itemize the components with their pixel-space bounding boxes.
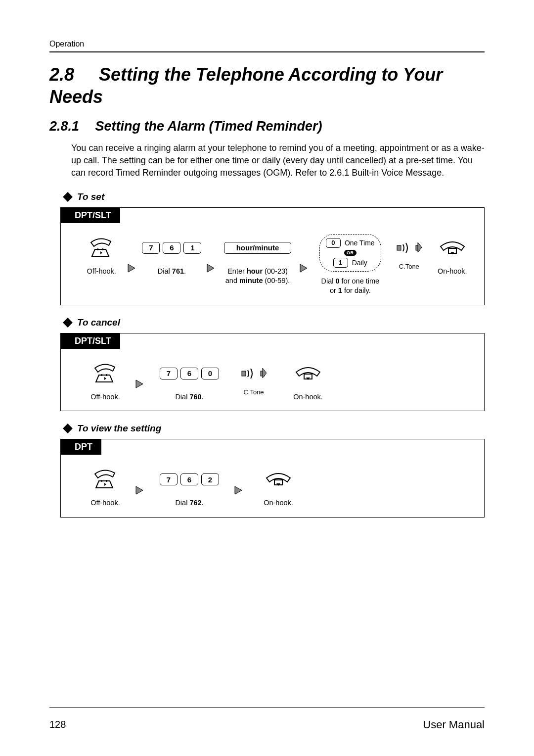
key-1: 1 <box>183 242 201 254</box>
procedure-box-cancel: DPT/SLT Off-hook. 7 <box>60 333 485 412</box>
ctone-icon <box>396 234 422 262</box>
onhook-icon <box>439 234 466 262</box>
caption-offhook: Off-hook. <box>87 267 116 277</box>
caption-onhook-3: On-hook. <box>264 498 293 508</box>
procedure-row-view: Off-hook. 7 6 2 Dial 762. <box>61 455 484 517</box>
step-onhook-2: On-hook. <box>278 360 338 402</box>
key-hourminute: hour/minute <box>224 242 291 254</box>
caption-ctone-2: C.Tone <box>243 388 264 396</box>
step-option: 0One Time OR 1Daily Dial 0 for one time … <box>314 234 387 296</box>
procedure-box-view: DPT Off-hook. 7 6 <box>60 439 485 518</box>
caption-offhook-3: Off-hook. <box>90 498 120 508</box>
offhook-icon <box>92 466 119 493</box>
arrow-icon <box>135 378 145 390</box>
section-title: 2.8 Setting the Telephone According to Y… <box>49 63 485 108</box>
diamond-icon <box>63 192 73 202</box>
subsection-text: Setting the Alarm (Timed Reminder) <box>95 119 322 134</box>
onhook-icon <box>265 466 292 493</box>
onhook-icon <box>294 360 322 387</box>
caption-option: Dial 0 for one time or 1 for daily. <box>321 277 379 296</box>
caption-onhook-2: On-hook. <box>293 392 323 402</box>
section-number: 2.8 <box>49 63 94 86</box>
subsection-number: 2.8.1 <box>49 119 91 134</box>
offhook-icon <box>88 234 115 262</box>
step-onhook-3: On-hook. <box>249 466 308 508</box>
arrow-icon <box>234 484 244 496</box>
page-number: 128 <box>49 719 66 730</box>
procedure-row-cancel: Off-hook. 7 6 0 Dial 760. <box>61 349 484 411</box>
procedure-tab-view: DPT <box>61 439 101 455</box>
key-7c: 7 <box>160 473 178 485</box>
diamond-icon <box>63 318 73 328</box>
dial-keys-762: 7 6 2 <box>160 466 219 493</box>
manual-label: User Manual <box>423 718 485 731</box>
step-offhook: Off-hook. <box>81 234 122 277</box>
key-7: 7 <box>142 242 160 254</box>
step-ctone: C.Tone <box>392 234 427 270</box>
caption-hourmin: Enter hour (00-23) and minute (00-59). <box>225 267 290 286</box>
svg-rect-0 <box>397 245 401 250</box>
key-1b: 1 <box>333 258 348 268</box>
diamond-icon <box>63 424 73 433</box>
procedure-row-set: Off-hook. 7 6 1 Dial 761. <box>61 223 484 305</box>
step-dial762: 7 6 2 Dial 762. <box>150 466 229 508</box>
key-2c: 2 <box>201 473 219 485</box>
dial-keys-760: 7 6 0 <box>160 360 219 387</box>
arrow-icon <box>206 262 216 274</box>
caption-onhook: On-hook. <box>438 267 467 277</box>
heading-to-set: To set <box>64 191 485 202</box>
heading-to-view-text: To view the setting <box>77 423 161 434</box>
procedure-tab-cancel: DPT/SLT <box>61 333 120 349</box>
arrow-icon <box>127 262 137 274</box>
caption-dial761: Dial 761. <box>158 267 186 277</box>
key-6b: 6 <box>180 368 198 379</box>
step-hourmin: hour/minute Enter hour (00-23) and minut… <box>221 234 294 286</box>
or-pill: OR <box>344 250 356 256</box>
caption-ctone: C.Tone <box>399 263 419 270</box>
section-text: Setting the Telephone According to Your … <box>49 64 443 107</box>
dial-keys-761: 7 6 1 <box>142 234 201 262</box>
arrow-icon <box>135 484 145 496</box>
procedure-tab-set: DPT/SLT <box>61 208 120 223</box>
step-offhook-2: Off-hook. <box>81 360 130 402</box>
step-ctone-2: C.Tone <box>234 360 273 396</box>
offhook-icon <box>92 360 119 387</box>
step-onhook: On-hook. <box>432 234 473 277</box>
heading-to-cancel-text: To cancel <box>77 317 120 328</box>
ctone-icon <box>241 360 267 387</box>
caption-dial760: Dial 760. <box>175 392 203 402</box>
heading-to-cancel: To cancel <box>64 317 485 328</box>
page-container: Operation 2.8 Setting the Telephone Acco… <box>0 0 534 756</box>
key-0b: 0 <box>201 368 219 379</box>
header-rule <box>49 51 485 52</box>
key-6c: 6 <box>180 473 198 485</box>
option-bubble: 0One Time OR 1Daily <box>319 234 381 272</box>
key-7b: 7 <box>160 368 178 379</box>
key-6: 6 <box>163 242 180 254</box>
subsection-title: 2.8.1 Setting the Alarm (Timed Reminder) <box>49 119 485 134</box>
heading-to-set-text: To set <box>77 191 104 202</box>
step-dial761: 7 6 1 Dial 761. <box>142 234 201 277</box>
opt0-label: One Time <box>345 239 375 247</box>
procedure-box-set: DPT/SLT Off-hook. 7 <box>60 207 485 305</box>
footer-rule <box>49 707 485 708</box>
opt1-label: Daily <box>352 259 367 267</box>
key-0: 0 <box>326 238 341 248</box>
arrow-icon <box>299 262 309 274</box>
hourmin-key: hour/minute <box>224 234 291 262</box>
step-dial760: 7 6 0 Dial 760. <box>150 360 229 402</box>
step-offhook-3: Off-hook. <box>81 466 130 508</box>
caption-offhook-2: Off-hook. <box>90 392 120 402</box>
running-head: Operation <box>49 40 485 48</box>
heading-to-view: To view the setting <box>64 423 485 434</box>
intro-paragraph: You can receive a ringing alarm at your … <box>71 142 485 180</box>
svg-rect-3 <box>242 371 246 376</box>
caption-dial762: Dial 762. <box>175 498 203 508</box>
